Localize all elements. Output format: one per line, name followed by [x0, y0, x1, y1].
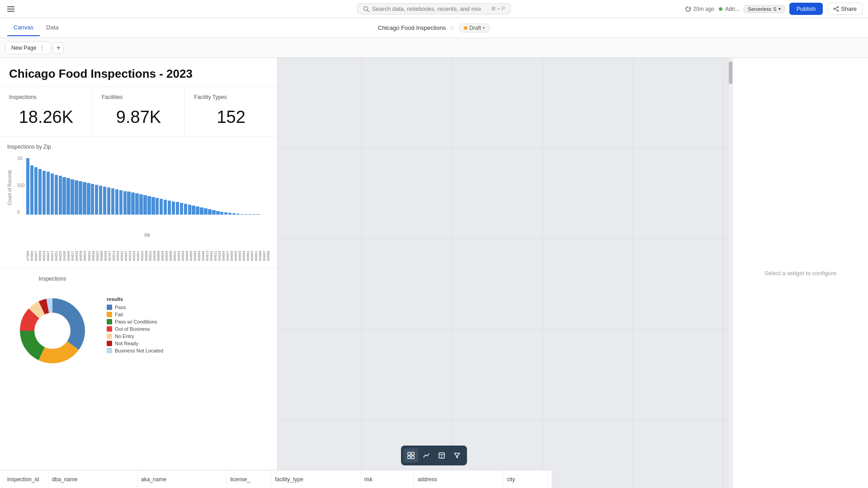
zip-label-item: 60640 — [67, 237, 71, 261]
legend-label: Pass w/ Conditions — [115, 319, 157, 324]
chart-icon — [423, 452, 430, 459]
search-bar[interactable]: ⌘ + P — [357, 3, 511, 14]
secondbar: Canvas Data Chicago Food Inspections ☆ D… — [0, 18, 868, 38]
vertical-scrollbar[interactable] — [728, 58, 732, 488]
bar-item — [26, 158, 29, 215]
legend-item: Not Ready — [107, 341, 163, 346]
zip-label-item: 60624 — [177, 237, 181, 261]
bar-item — [216, 211, 219, 215]
zip-label-item: 60641 — [120, 237, 123, 261]
config-hint: Select a widget to configure — [764, 270, 837, 277]
zip-label-item: 60707 — [108, 237, 111, 261]
toolbar-filter-button[interactable] — [450, 448, 464, 463]
bar-item — [180, 203, 183, 215]
serverless-size: S — [773, 6, 776, 12]
bar-item — [249, 214, 252, 215]
legend-color — [107, 319, 112, 324]
col-risk: risk — [360, 470, 414, 488]
kpi-facility-types[interactable]: Facility Types 152 — [185, 87, 277, 136]
toolbar-chart-button[interactable] — [419, 448, 434, 463]
zip-label-item: 60657 — [136, 237, 140, 261]
zip-label-item: 60612 — [51, 237, 54, 261]
share-label: Share — [841, 5, 857, 12]
bar-item — [220, 212, 223, 215]
add-page-button[interactable]: + — [53, 42, 64, 53]
bar-item — [51, 174, 54, 215]
draft-badge[interactable]: Draft ▾ — [459, 23, 490, 33]
bar-item — [168, 201, 171, 215]
bottom-toolbar — [401, 446, 467, 465]
bar-item — [139, 194, 142, 215]
zip-label-item: 60631 — [148, 237, 152, 261]
y-tick-500: 500 — [17, 183, 25, 188]
menu-icon[interactable] — [5, 5, 16, 14]
svg-rect-9 — [411, 452, 414, 455]
donut-wrapper: Inspections — [7, 276, 98, 376]
canvas-area[interactable]: Chicago Food Inspections - 2023 Inspecti… — [0, 58, 732, 488]
kpi-facility-types-value: 152 — [194, 108, 268, 127]
svg-point-7 — [34, 313, 71, 349]
bar-item — [151, 197, 155, 215]
y-tick-1k: 1K — [17, 156, 25, 161]
bar-item — [71, 179, 74, 215]
legend-color — [107, 341, 112, 346]
page-tab-new-page[interactable]: New Page ⋮ — [5, 42, 51, 54]
tab-canvas[interactable]: Canvas — [7, 19, 40, 36]
legend-color — [107, 312, 112, 317]
kpi-inspections[interactable]: Inspections 18.26K — [0, 87, 93, 136]
chevron-down-icon: ▾ — [778, 6, 781, 11]
svg-rect-11 — [411, 456, 414, 459]
bar-item — [236, 214, 240, 215]
zip-label-item: 60643 — [161, 237, 165, 261]
svg-point-2 — [837, 6, 839, 8]
col-license: license_ — [226, 470, 271, 488]
zip-label-item: 60608 — [144, 237, 148, 261]
svg-rect-10 — [408, 456, 410, 459]
zip-label-item: 60629 — [165, 237, 169, 261]
kpi-facilities[interactable]: Facilities 9.87K — [93, 87, 185, 136]
share-button[interactable]: Share — [827, 3, 863, 15]
zip-label-item: 60666 — [259, 237, 262, 261]
bar-item — [135, 193, 138, 215]
zip-label-item: 60653 — [193, 237, 197, 261]
zip-label-item: 60607 — [226, 237, 230, 261]
zip-label-item: 60632 — [87, 237, 91, 261]
legend-label: Pass — [115, 305, 126, 310]
legend-title: results — [107, 296, 163, 302]
col-dba-name: dba_name — [48, 470, 137, 488]
zip-label-item: 60637 — [124, 237, 127, 261]
bar-item — [204, 208, 207, 215]
toolbar-layout-button[interactable] — [434, 448, 449, 463]
topbar-right: 20m ago Adri... Serverless S ▾ Publish S… — [685, 3, 863, 15]
svg-point-3 — [837, 10, 839, 11]
publish-button[interactable]: Publish — [789, 3, 823, 15]
legend-label: Not Ready — [115, 341, 138, 346]
zip-label-item: 60606 — [230, 237, 234, 261]
legend-color — [107, 333, 112, 339]
bar-chart-section: Inspections by Zip Count of Records 1K 5… — [0, 136, 277, 268]
bar-item — [164, 200, 167, 215]
col-address: address — [414, 470, 503, 488]
zip-label-item: 60647 — [47, 237, 50, 261]
bar-chart-container: Count of Records 1K 500 0 zip — [7, 154, 270, 237]
search-input[interactable] — [372, 5, 481, 12]
star-icon[interactable]: ☆ — [449, 24, 455, 32]
kpi-inspections-value: 18.26K — [9, 108, 83, 127]
serverless-badge[interactable]: Serverless S ▾ — [744, 5, 784, 13]
zip-label-item: 60614 — [112, 237, 115, 261]
kpi-facilities-label: Facilities — [102, 94, 176, 100]
zip-label-item: 60613 — [206, 237, 209, 261]
draft-dot — [464, 26, 467, 30]
filter-icon — [453, 452, 461, 459]
zip-label-item: 60619 — [83, 237, 87, 261]
toolbar-widget-button[interactable] — [404, 448, 418, 463]
zip-label-item: 60651 — [55, 237, 58, 261]
page-tab-menu-icon[interactable]: ⋮ — [39, 44, 45, 52]
bar-item — [253, 214, 256, 215]
zip-label-item: 60604 — [222, 237, 226, 261]
zip-label-item: 60654 — [242, 237, 246, 261]
y-axis-label: Count of Records — [7, 170, 12, 205]
bar-item — [66, 178, 70, 215]
tab-data[interactable]: Data — [40, 19, 65, 36]
zip-label-item: 60618 — [91, 237, 95, 261]
